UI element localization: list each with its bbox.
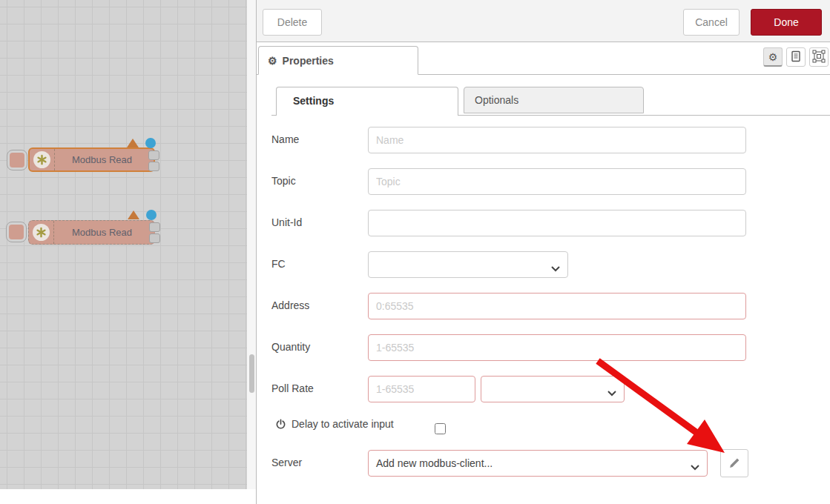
properties-tab-bar: ⚙ Properties ⚙ [257, 42, 830, 75]
poll-rate-unit-select[interactable] [481, 376, 625, 402]
modbus-read-node-2[interactable]: Modbus Read [28, 220, 155, 245]
name-input[interactable] [368, 127, 746, 153]
node-label: Modbus Read [54, 221, 150, 244]
properties-tab-label: Properties [283, 55, 334, 67]
gear-icon: ⚙ [768, 51, 778, 63]
node-warning-triangle-icon [127, 139, 139, 147]
modbus-read-node-1[interactable]: Modbus Read [28, 147, 155, 172]
flow-canvas[interactable]: Modbus Read Modbus Read [0, 0, 247, 489]
tab-settings[interactable]: Settings [276, 87, 458, 116]
fc-label: FC [271, 258, 286, 270]
node-output-port-1[interactable] [149, 222, 160, 232]
poll-rate-label: Poll Rate [271, 382, 314, 394]
cancel-button[interactable]: Cancel [683, 9, 740, 36]
edit-server-button[interactable] [720, 449, 748, 477]
edit-description-button[interactable] [786, 47, 806, 67]
document-icon [790, 50, 802, 64]
power-icon [275, 419, 286, 430]
server-select[interactable]: Add new modbus-client... [368, 450, 708, 477]
name-label: Name [271, 133, 299, 145]
node-red-editor: Modbus Read Modbus Read Delete C [0, 0, 830, 504]
pencil-icon [728, 457, 740, 469]
address-label: Address [271, 299, 309, 311]
node-output-port-2[interactable] [148, 162, 159, 171]
edit-properties-button[interactable]: ⚙ [763, 47, 783, 67]
topic-label: Topic [271, 175, 296, 187]
poll-rate-input[interactable] [368, 376, 475, 402]
delay-checkbox[interactable] [435, 423, 446, 434]
done-button[interactable]: Done [751, 9, 822, 36]
node-input-port[interactable] [7, 150, 27, 170]
address-input[interactable] [368, 293, 746, 319]
node-icon-region [30, 149, 55, 170]
node-warning-triangle-icon [128, 210, 139, 219]
tab-properties[interactable]: ⚙ Properties [258, 46, 418, 75]
quantity-input[interactable] [368, 334, 746, 361]
node-output-port-1[interactable] [148, 150, 159, 160]
topic-input[interactable] [368, 168, 746, 195]
gear-icon: ⚙ [268, 55, 277, 67]
tray-header: Delete Cancel Done [257, 0, 830, 42]
node-label: Modbus Read [55, 149, 149, 170]
chevron-down-icon [607, 387, 616, 399]
unit-id-label: Unit-Id [271, 216, 302, 228]
node-changed-icon [146, 210, 157, 220]
scrollbar-thumb[interactable] [249, 354, 254, 393]
modbus-asterisk-icon [33, 224, 50, 241]
chevron-down-icon [551, 262, 560, 274]
node-input-port[interactable] [7, 222, 26, 242]
node-icon-region [29, 221, 54, 244]
delay-label: Delay to activate input [292, 418, 394, 430]
fc-select[interactable] [368, 251, 568, 278]
appearance-icon [812, 50, 826, 65]
edit-tray: Delete Cancel Done ⚙ Properties ⚙ [256, 0, 830, 504]
canvas-scrollbar[interactable] [247, 0, 256, 489]
tab-optionals[interactable]: Optionals [464, 87, 644, 113]
node-appearance-button[interactable] [809, 47, 829, 67]
server-label: Server [271, 457, 302, 468]
delete-button[interactable]: Delete [263, 9, 322, 36]
node-output-port-2[interactable] [149, 233, 160, 243]
tray-toolbar: ⚙ [763, 47, 829, 67]
chevron-down-icon [691, 461, 699, 473]
modbus-asterisk-icon [33, 151, 50, 168]
quantity-label: Quantity [271, 341, 310, 353]
delay-row: Delay to activate input [275, 416, 394, 432]
node-changed-icon [145, 138, 156, 148]
unit-id-input[interactable] [368, 210, 746, 236]
server-select-value: Add new modbus-client... [376, 457, 493, 469]
